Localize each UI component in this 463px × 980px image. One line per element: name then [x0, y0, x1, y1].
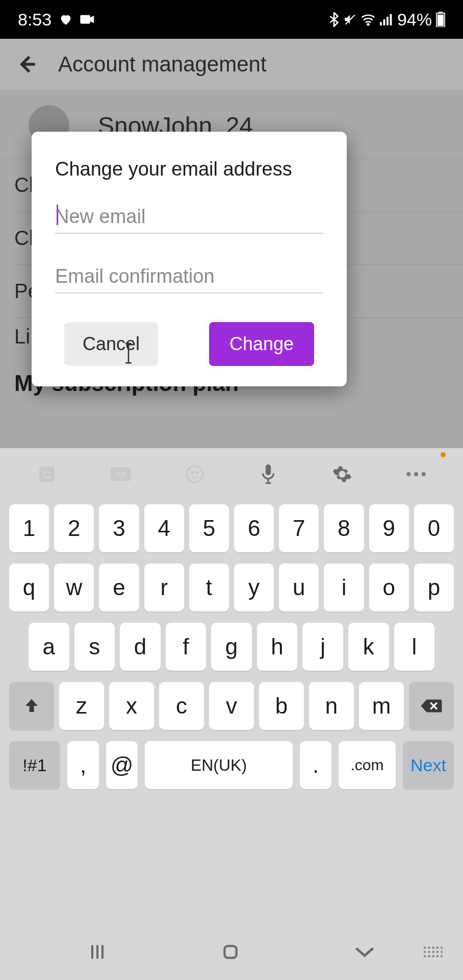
- key-r[interactable]: r: [144, 564, 184, 611]
- confirm-email-field[interactable]: [55, 262, 323, 293]
- svg-point-24: [406, 472, 410, 476]
- key-b[interactable]: b: [259, 682, 304, 730]
- next-key[interactable]: Next: [403, 741, 454, 789]
- key-w[interactable]: w: [54, 564, 94, 611]
- svg-point-14: [44, 472, 46, 474]
- key-n[interactable]: n: [309, 682, 354, 730]
- space-key[interactable]: EN(UK): [145, 741, 293, 789]
- text-cursor-handle-icon[interactable]: [124, 342, 133, 364]
- key-d[interactable]: d: [120, 623, 161, 671]
- svg-point-35: [424, 951, 426, 953]
- key-m[interactable]: m: [359, 682, 404, 730]
- key-2[interactable]: 2: [54, 504, 94, 552]
- status-left: 8:53: [18, 10, 95, 30]
- header-title: Account management: [58, 52, 267, 77]
- key-y[interactable]: y: [234, 564, 274, 611]
- svg-point-45: [441, 955, 443, 958]
- key-8[interactable]: 8: [324, 504, 364, 552]
- keyboard: GIF 1 2 3 4 5 6 7 8 9 0 q w: [0, 448, 463, 980]
- svg-point-38: [436, 951, 439, 953]
- key-l[interactable]: l: [394, 623, 435, 671]
- status-right: 94%: [329, 10, 445, 30]
- app-header: Account management: [0, 39, 463, 90]
- key-3[interactable]: 3: [99, 504, 139, 552]
- svg-rect-6: [390, 14, 392, 26]
- confirm-email-input[interactable]: [55, 262, 323, 290]
- symbols-key[interactable]: !#1: [9, 741, 60, 789]
- new-email-field[interactable]: [55, 203, 323, 234]
- key-j[interactable]: j: [302, 623, 343, 671]
- key-0[interactable]: 0: [414, 504, 454, 552]
- recent-apps-icon[interactable]: [87, 942, 108, 962]
- kb-row-qwerty: q w e r t y u i o p: [9, 564, 454, 611]
- key-6[interactable]: 6: [234, 504, 274, 552]
- sticker-icon[interactable]: [36, 463, 58, 485]
- key-9[interactable]: 9: [369, 504, 409, 552]
- key-5[interactable]: 5: [189, 504, 229, 552]
- svg-rect-9: [438, 14, 444, 26]
- kb-row-asdf: a s d f g h j k l: [9, 623, 454, 671]
- key-o[interactable]: o: [369, 564, 409, 611]
- key-k[interactable]: k: [348, 623, 389, 671]
- svg-rect-4: [383, 19, 385, 26]
- svg-point-37: [432, 951, 434, 953]
- kb-row-zxcv: z x c v b n m: [9, 682, 454, 730]
- key-t[interactable]: t: [189, 564, 229, 611]
- home-icon[interactable]: [220, 942, 241, 962]
- at-key[interactable]: @: [106, 741, 138, 789]
- key-7[interactable]: 7: [279, 504, 319, 552]
- keyboard-switch-icon[interactable]: [422, 944, 443, 960]
- key-h[interactable]: h: [257, 623, 298, 671]
- keyboard-rows: 1 2 3 4 5 6 7 8 9 0 q w e r t y u i o p …: [0, 500, 463, 924]
- key-i[interactable]: i: [324, 564, 364, 611]
- status-time: 8:53: [18, 10, 52, 30]
- svg-rect-0: [81, 15, 91, 23]
- key-1[interactable]: 1: [9, 504, 49, 552]
- emoji-icon[interactable]: [184, 463, 206, 485]
- notification-dot: [441, 452, 446, 457]
- key-e[interactable]: e: [99, 564, 139, 611]
- key-q[interactable]: q: [9, 564, 49, 611]
- key-f[interactable]: f: [166, 623, 207, 671]
- svg-point-39: [424, 955, 426, 958]
- kb-row-numbers: 1 2 3 4 5 6 7 8 9 0: [9, 504, 454, 552]
- backspace-key[interactable]: [409, 682, 454, 730]
- key-z[interactable]: z: [59, 682, 104, 730]
- key-c[interactable]: c: [159, 682, 204, 730]
- key-x[interactable]: x: [109, 682, 154, 730]
- back-icon[interactable]: [353, 945, 376, 959]
- dotcom-key[interactable]: .com: [339, 741, 396, 789]
- key-p[interactable]: p: [414, 564, 454, 611]
- svg-point-15: [48, 472, 51, 474]
- svg-point-33: [432, 946, 434, 949]
- more-icon[interactable]: [405, 463, 427, 485]
- heart-icon: [59, 12, 73, 27]
- cancel-button[interactable]: Cancel: [64, 322, 158, 366]
- battery-icon: [436, 12, 445, 27]
- key-4[interactable]: 4: [144, 504, 184, 552]
- svg-point-32: [428, 946, 430, 949]
- svg-point-40: [428, 955, 430, 958]
- comma-key[interactable]: ,: [67, 741, 99, 789]
- back-arrow-icon[interactable]: [15, 53, 38, 76]
- gear-icon[interactable]: [331, 463, 353, 485]
- period-key[interactable]: .: [300, 741, 331, 789]
- svg-rect-21: [266, 464, 271, 475]
- svg-point-31: [424, 946, 426, 949]
- key-u[interactable]: u: [279, 564, 319, 611]
- bluetooth-icon: [329, 12, 339, 27]
- key-v[interactable]: v: [209, 682, 254, 730]
- key-s[interactable]: s: [74, 623, 115, 671]
- status-bar: 8:53 94%: [0, 0, 463, 39]
- mic-icon[interactable]: [257, 463, 279, 485]
- svg-point-18: [187, 466, 203, 482]
- shift-key[interactable]: [9, 682, 54, 730]
- change-button[interactable]: Change: [209, 322, 314, 366]
- svg-rect-13: [39, 467, 55, 482]
- key-a[interactable]: a: [29, 623, 69, 671]
- new-email-input[interactable]: [55, 203, 323, 231]
- key-g[interactable]: g: [211, 623, 252, 671]
- svg-text:GIF: GIF: [115, 471, 126, 478]
- svg-point-25: [414, 472, 418, 476]
- gif-icon[interactable]: GIF: [110, 463, 132, 485]
